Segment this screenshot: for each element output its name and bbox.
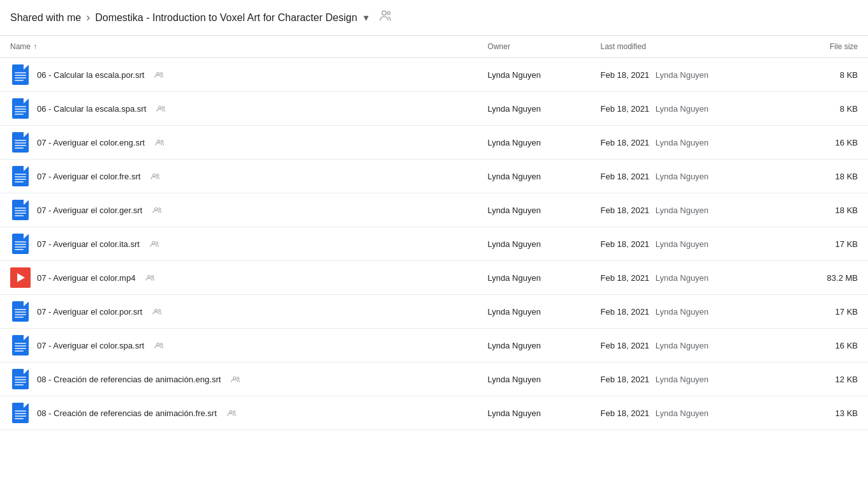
file-name-cell: 07 - Averiguar el color.por.srt xyxy=(10,301,467,322)
srt-file-icon xyxy=(10,234,31,254)
breadcrumb-dropdown-icon[interactable]: ▾ xyxy=(364,11,369,24)
column-header-owner[interactable]: Owner xyxy=(478,36,591,58)
mp4-file-icon xyxy=(10,267,31,288)
file-modified: Feb 18, 2021 Lynda Nguyen xyxy=(590,92,763,126)
file-modified: Feb 18, 2021 Lynda Nguyen xyxy=(590,261,763,295)
file-owner[interactable]: Lynda Nguyen xyxy=(478,193,591,227)
file-name-cell: 07 - Averiguar el color.mp4 xyxy=(10,267,467,288)
svg-point-6 xyxy=(157,140,159,142)
svg-point-8 xyxy=(153,174,156,176)
srt-file-icon xyxy=(10,335,31,355)
file-size: 83.2 MB xyxy=(764,261,868,295)
file-size: 18 KB xyxy=(764,160,868,193)
modified-by: Lynda Nguyen xyxy=(656,172,709,181)
file-modified: Feb 18, 2021 Lynda Nguyen xyxy=(590,396,763,430)
table-row[interactable]: 06 - Calcular la escala.spa.srt Lynda Ng… xyxy=(0,92,868,126)
file-name-text: 07 - Averiguar el color.por.srt xyxy=(37,307,142,317)
file-size: 17 KB xyxy=(764,227,868,261)
column-header-name[interactable]: Name ↑ xyxy=(0,36,478,58)
srt-file-icon xyxy=(10,98,31,119)
table-row[interactable]: 07 - Averiguar el color.eng.srt Lynda Ng… xyxy=(0,126,868,160)
file-owner[interactable]: Lynda Nguyen xyxy=(478,261,591,295)
modified-by: Lynda Nguyen xyxy=(656,375,709,384)
breadcrumb-shared-link[interactable]: Shared with me xyxy=(10,12,81,24)
breadcrumb-people-icon[interactable] xyxy=(379,10,393,26)
file-size: 17 KB xyxy=(764,295,868,329)
file-name-text: 08 - Creación de referencias de animació… xyxy=(37,375,221,384)
srt-file-icon xyxy=(10,64,31,85)
file-name-text: 07 - Averiguar el color.ita.srt xyxy=(37,239,140,249)
file-modified: Feb 18, 2021 Lynda Nguyen xyxy=(590,363,763,396)
svg-point-13 xyxy=(156,242,158,244)
table-row[interactable]: 06 - Calcular la escala.por.srt Lynda Ng… xyxy=(0,58,868,92)
file-owner[interactable]: Lynda Nguyen xyxy=(478,227,591,261)
svg-point-4 xyxy=(159,106,161,108)
file-modified: Feb 18, 2021 Lynda Nguyen xyxy=(590,58,763,92)
srt-file-icon xyxy=(10,301,31,322)
file-owner[interactable]: Lynda Nguyen xyxy=(478,329,591,363)
modified-by: Lynda Nguyen xyxy=(656,206,709,215)
svg-point-18 xyxy=(157,343,159,345)
svg-point-3 xyxy=(161,73,163,75)
svg-point-21 xyxy=(237,377,239,379)
file-modified: Feb 18, 2021 Lynda Nguyen xyxy=(590,160,763,193)
srt-file-icon xyxy=(10,369,31,389)
file-name-cell: 07 - Averiguar el color.ita.srt xyxy=(10,234,467,254)
svg-point-5 xyxy=(163,107,165,108)
file-modified: Feb 18, 2021 Lynda Nguyen xyxy=(590,329,763,363)
file-name-cell: 06 - Calcular la escala.spa.srt xyxy=(10,98,467,119)
shared-indicator-icon xyxy=(156,105,166,112)
file-owner[interactable]: Lynda Nguyen xyxy=(478,396,591,430)
svg-point-14 xyxy=(148,275,151,278)
file-owner[interactable]: Lynda Nguyen xyxy=(478,126,591,160)
file-modified: Feb 18, 2021 Lynda Nguyen xyxy=(590,126,763,160)
table-row[interactable]: 07 - Averiguar el color.ita.srt Lynda Ng… xyxy=(0,227,868,261)
svg-point-7 xyxy=(161,140,163,142)
modified-by: Lynda Nguyen xyxy=(656,239,709,249)
file-owner[interactable]: Lynda Nguyen xyxy=(478,58,591,92)
svg-point-1 xyxy=(387,11,390,15)
file-name-cell: 07 - Averiguar el color.spa.srt xyxy=(10,335,467,355)
file-size: 8 KB xyxy=(764,58,868,92)
table-row[interactable]: 07 - Averiguar el color.mp4 Lynda Nguyen… xyxy=(0,261,868,295)
file-owner[interactable]: Lynda Nguyen xyxy=(478,363,591,396)
modified-by: Lynda Nguyen xyxy=(656,70,709,80)
column-header-file-size[interactable]: File size xyxy=(764,36,868,58)
file-owner[interactable]: Lynda Nguyen xyxy=(478,160,591,193)
shared-indicator-icon xyxy=(154,341,165,349)
file-name-text: 07 - Averiguar el color.spa.srt xyxy=(37,341,144,350)
file-name-cell: 06 - Calcular la escala.por.srt xyxy=(10,64,467,85)
svg-point-12 xyxy=(152,241,155,244)
file-owner[interactable]: Lynda Nguyen xyxy=(478,92,591,126)
modified-by: Lynda Nguyen xyxy=(656,341,709,350)
modified-by: Lynda Nguyen xyxy=(656,273,709,283)
modified-by: Lynda Nguyen xyxy=(656,104,709,114)
table-row[interactable]: 07 - Averiguar el color.fre.srt Lynda Ng… xyxy=(0,160,868,193)
shared-indicator-icon xyxy=(231,375,241,383)
table-row[interactable]: 07 - Averiguar el color.spa.srt Lynda Ng… xyxy=(0,329,868,363)
file-name-cell: 07 - Averiguar el color.eng.srt xyxy=(10,132,467,153)
file-name-cell: 07 - Averiguar el color.ger.srt xyxy=(10,200,467,220)
breadcrumb: Shared with me › Domestika - Introductio… xyxy=(0,0,868,36)
modified-by: Lynda Nguyen xyxy=(656,138,709,147)
srt-file-icon xyxy=(10,403,31,423)
table-row[interactable]: 08 - Creación de referencias de animació… xyxy=(0,363,868,396)
table-row[interactable]: 07 - Averiguar el color.por.srt Lynda Ng… xyxy=(0,295,868,329)
breadcrumb-folder-name[interactable]: Domestika - Introduction to Voxel Art fo… xyxy=(95,12,357,24)
file-size: 16 KB xyxy=(764,126,868,160)
svg-point-11 xyxy=(159,208,161,210)
svg-point-17 xyxy=(159,310,161,311)
svg-point-9 xyxy=(157,174,159,176)
file-table: Name ↑ Owner Last modified File size 06 … xyxy=(0,36,868,430)
shared-indicator-icon xyxy=(151,172,161,180)
breadcrumb-separator: › xyxy=(86,11,90,24)
file-name-text: 07 - Averiguar el color.fre.srt xyxy=(37,172,140,181)
file-name-cell: 07 - Averiguar el color.fre.srt xyxy=(10,166,467,186)
column-header-last-modified[interactable]: Last modified xyxy=(590,36,763,58)
shared-indicator-icon xyxy=(155,138,165,146)
file-owner[interactable]: Lynda Nguyen xyxy=(478,295,591,329)
shared-indicator-icon xyxy=(154,71,165,79)
table-row[interactable]: 08 - Creación de referencias de animació… xyxy=(0,396,868,430)
table-row[interactable]: 07 - Averiguar el color.ger.srt Lynda Ng… xyxy=(0,193,868,227)
srt-file-icon xyxy=(10,200,31,220)
